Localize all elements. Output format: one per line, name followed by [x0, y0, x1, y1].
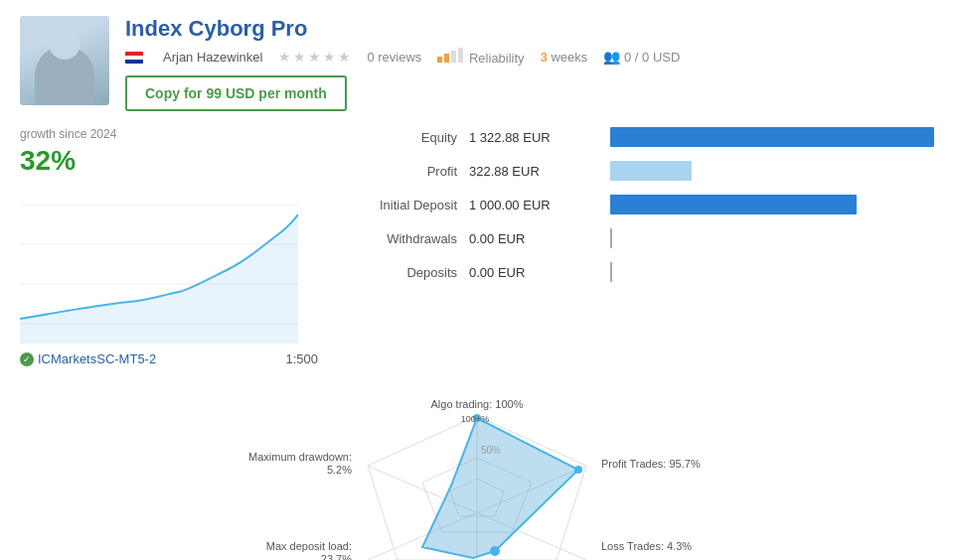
page-title: Index Cyborg Pro — [125, 16, 934, 42]
bottom-section: 50% 100+% Algo trading: 100% Profit Trad… — [20, 386, 934, 560]
stat-bar-zero — [610, 228, 612, 248]
star-2: ★ — [293, 49, 306, 65]
stat-bar-container — [610, 262, 934, 282]
radar-svg: 50% 100+% Algo trading: 100% Profit Trad… — [248, 386, 706, 560]
radar-label-right: Profit Trades: 95.7% — [601, 458, 701, 470]
radar-mid-label: 50% — [481, 445, 501, 456]
stars: ★ ★ ★ ★ ★ — [278, 49, 351, 65]
meta-row: Arjan Hazewinkel ★ ★ ★ ★ ★ 0 reviews — [125, 48, 934, 66]
chart-svg — [20, 185, 298, 344]
bar-seg-2 — [444, 54, 449, 63]
stat-row: Profit322.88 EUR — [338, 161, 934, 181]
stat-bar-container — [610, 195, 934, 214]
broker-row: ✓ ICMarketsSC-MT5-2 1:500 — [20, 351, 318, 366]
header-info: Index Cyborg Pro Arjan Hazewinkel ★ ★ ★ … — [125, 16, 934, 111]
radar-label-bottom-right: Loss Trades: 4.3% — [601, 540, 692, 552]
broker-link[interactable]: ✓ ICMarketsSC-MT5-2 — [20, 351, 156, 366]
stat-bar — [610, 195, 857, 214]
stat-bar — [610, 161, 692, 181]
radar-dot-1 — [490, 546, 500, 556]
header-section: Index Cyborg Pro Arjan Hazewinkel ★ ★ ★ … — [20, 16, 934, 111]
stat-row: Equity1 322.88 EUR — [338, 127, 934, 147]
flag-icon — [125, 50, 147, 65]
radar-data-polygon — [422, 418, 578, 558]
radar-label-left-2: 5.2% — [327, 464, 352, 476]
star-5: ★ — [338, 49, 351, 65]
stat-bar-container — [610, 127, 934, 147]
stat-row: Initial Deposit1 000.00 EUR — [338, 195, 934, 214]
avatar — [20, 16, 109, 105]
stat-label: Initial Deposit — [338, 198, 457, 212]
stat-label: Withdrawals — [338, 231, 457, 246]
bar-seg-4 — [458, 48, 463, 63]
growth-since-label: growth since 2024 — [20, 127, 318, 141]
chart-fill — [20, 214, 298, 344]
weeks-label: weeks — [551, 50, 587, 65]
weeks-section: 3 weeks — [541, 50, 588, 65]
left-panel: growth since 2024 32% ✓ ICM — [20, 127, 318, 366]
radar-label-bottom-left-1: Max deposit load: — [266, 540, 352, 552]
growth-pct: 32% — [20, 145, 318, 177]
reviews-count: 0 reviews — [367, 50, 421, 65]
radar-dot-3 — [574, 466, 582, 474]
stat-value: 322.88 EUR — [469, 164, 598, 179]
stat-bar-container — [610, 228, 934, 248]
star-3: ★ — [308, 49, 321, 65]
copy-button[interactable]: Copy for 99 USD per month — [125, 75, 347, 111]
stat-label: Deposits — [338, 265, 457, 280]
stat-label: Equity — [338, 130, 457, 145]
bar-seg-1 — [437, 57, 442, 63]
radar-chart: 50% 100+% Algo trading: 100% Profit Trad… — [248, 386, 706, 560]
stat-value: 1 000.00 EUR — [469, 198, 598, 212]
users-section: 👥 0 / 0 USD — [603, 49, 680, 65]
stat-bar — [610, 127, 934, 147]
stat-value: 0.00 EUR — [469, 265, 598, 280]
leverage: 1:500 — [285, 351, 318, 366]
check-circle-icon: ✓ — [20, 352, 34, 366]
weeks-value: 3 — [541, 50, 548, 65]
main-content: growth since 2024 32% ✓ ICM — [20, 127, 934, 366]
radar-top-pct-label: 100+% — [461, 414, 489, 424]
right-panel: Equity1 322.88 EURProfit322.88 EURInitia… — [338, 127, 934, 366]
stat-bar-zero — [610, 262, 612, 282]
radar-label-left-1: Maximum drawdown: — [248, 451, 352, 463]
star-1: ★ — [278, 49, 291, 65]
star-4: ★ — [323, 49, 336, 65]
usd-value: 0 / 0 USD — [624, 50, 680, 65]
stats-rows: Equity1 322.88 EURProfit322.88 EURInitia… — [338, 127, 934, 282]
stat-row: Deposits0.00 EUR — [338, 262, 934, 282]
stat-value: 1 322.88 EUR — [469, 130, 598, 145]
radar-label-bottom-left-2: 23.7% — [321, 553, 352, 560]
stat-label: Profit — [338, 164, 457, 179]
line-chart — [20, 185, 298, 344]
author-name: Arjan Hazewinkel — [163, 50, 262, 65]
radar-label-top: Algo trading: 100% — [431, 398, 524, 410]
broker-name: ICMarketsSC-MT5-2 — [38, 351, 156, 366]
stat-row: Withdrawals0.00 EUR — [338, 228, 934, 248]
stat-value: 0.00 EUR — [469, 231, 598, 246]
bar-seg-3 — [451, 51, 456, 63]
reliability-bars-icon — [437, 48, 463, 63]
page-container: Index Cyborg Pro Arjan Hazewinkel ★ ★ ★ … — [0, 0, 954, 560]
stat-bar-container — [610, 161, 934, 181]
reliability-label: Reliability — [469, 51, 525, 66]
reliability-section: Reliability — [437, 48, 524, 66]
users-icon: 👥 — [603, 49, 620, 65]
